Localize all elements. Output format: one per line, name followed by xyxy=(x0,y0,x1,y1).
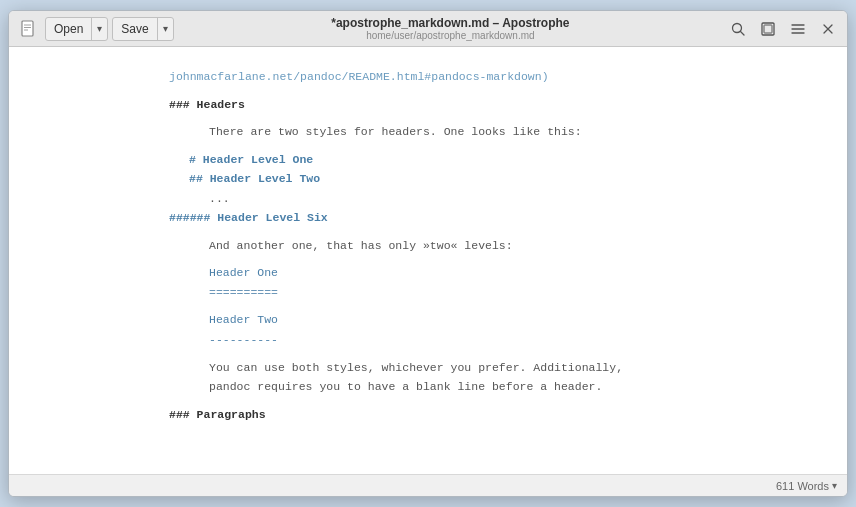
header-two-line: Header Two xyxy=(209,310,807,330)
save-button-label: Save xyxy=(113,18,157,40)
svg-rect-7 xyxy=(764,25,772,33)
status-bar: 611 Words ▾ xyxy=(9,474,847,496)
url-line: johnmacfarlane.net/pandoc/README.html#pa… xyxy=(169,67,807,87)
h2-line: ## Header Level Two xyxy=(189,169,807,189)
app-window: Open ▾ Save ▾ *apostrophe_markdown.md – … xyxy=(8,10,848,497)
word-count-dropdown-icon[interactable]: ▾ xyxy=(832,480,837,491)
close-button[interactable] xyxy=(817,18,839,40)
equals-line: ========== xyxy=(209,283,807,303)
word-count: 611 Words xyxy=(776,480,829,492)
header-one-line: Header One xyxy=(209,263,807,283)
titlebar-right xyxy=(727,18,839,40)
window-subtitle: home/user/apostrophe_markdown.md xyxy=(366,30,534,41)
open-button-label: Open xyxy=(46,18,92,40)
intro-text: There are two styles for headers. One lo… xyxy=(209,122,807,142)
text-content: johnmacfarlane.net/pandoc/README.html#pa… xyxy=(9,67,847,424)
menu-button[interactable] xyxy=(787,18,809,40)
fullscreen-button[interactable] xyxy=(757,18,779,40)
open-button[interactable]: Open ▾ xyxy=(45,17,108,41)
para-text-2: pandoc requires you to have a blank line… xyxy=(209,377,807,397)
editor-scroll[interactable]: johnmacfarlane.net/pandoc/README.html#pa… xyxy=(9,47,847,474)
para-text-1: You can use both styles, whichever you p… xyxy=(209,358,807,378)
window-title: *apostrophe_markdown.md – Apostrophe xyxy=(331,16,569,30)
ellipsis-line: ... xyxy=(209,189,807,209)
save-button[interactable]: Save ▾ xyxy=(112,17,173,41)
svg-rect-0 xyxy=(22,21,33,36)
dashes-line: ---------- xyxy=(209,330,807,350)
content-area: johnmacfarlane.net/pandoc/README.html#pa… xyxy=(9,47,847,474)
titlebar-left: Open ▾ Save ▾ xyxy=(17,17,174,41)
save-dropdown-icon[interactable]: ▾ xyxy=(158,18,173,40)
titlebar-center: *apostrophe_markdown.md – Apostrophe hom… xyxy=(178,16,723,41)
svg-line-5 xyxy=(741,31,745,35)
search-button[interactable] xyxy=(727,18,749,40)
open-dropdown-icon[interactable]: ▾ xyxy=(92,18,107,40)
paragraphs-heading: ### Paragraphs xyxy=(169,405,807,425)
titlebar: Open ▾ Save ▾ *apostrophe_markdown.md – … xyxy=(9,11,847,47)
editor[interactable]: johnmacfarlane.net/pandoc/README.html#pa… xyxy=(9,47,847,474)
h6-line: ###### Header Level Six xyxy=(169,208,807,228)
and-another-line: And another one, that has only »two« lev… xyxy=(209,236,807,256)
headers-heading: ### Headers xyxy=(169,95,807,115)
document-icon xyxy=(17,17,41,41)
h1-line: # Header Level One xyxy=(189,150,807,170)
